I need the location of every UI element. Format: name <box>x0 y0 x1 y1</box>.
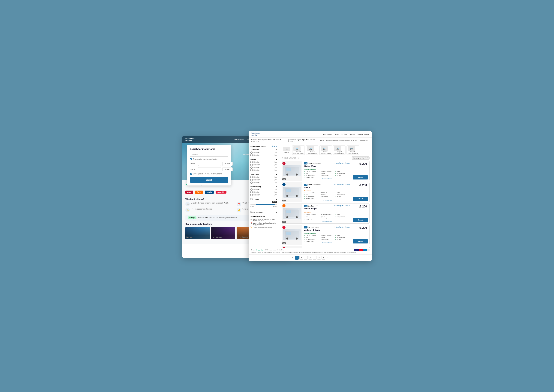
company-logo-2: A <box>282 204 285 207</box>
vehicle-type-sleeps5[interactable]: 🚐 Sleeps 5 From AUD $12.80 <box>333 145 346 155</box>
check-icon-3-8: ✓ <box>335 238 336 240</box>
location-denver[interactable]: Denver <box>185 227 210 239</box>
feature-text-3-2: Toilet <box>337 235 340 236</box>
vehicle-type-filters: 🚐 Show all 🚐 Sleeps 2 From AUD $12.80 🚐 … <box>282 145 370 155</box>
vehicle-type-sleeps2[interactable]: 🚐 Sleeps 2 From AUD $12.80 <box>292 145 305 155</box>
filter-checkbox-age-2[interactable] <box>250 179 253 181</box>
filter-section-availability: Availability ▲ Filter item (159) Filter … <box>250 149 277 156</box>
nav-manage-right[interactable]: Manage booking <box>358 133 369 135</box>
save-btn-1[interactable]: ♡ Save <box>345 184 350 185</box>
feature-item-3-1: ✓2 Adults, 2 children <box>319 235 334 236</box>
save-btn-2[interactable]: ♡ Save <box>345 205 350 207</box>
price-main-2: 1,200 <box>360 205 367 208</box>
page-3-btn[interactable]: 3 <box>304 256 308 259</box>
email-quote-btn-3[interactable]: ✉ Email quote <box>334 226 344 228</box>
filter-header-review[interactable]: Review rating ▲ <box>250 186 277 188</box>
filter-item-feat-1: Filter item (159) <box>250 161 277 163</box>
amex-card: AM <box>363 249 367 251</box>
clear-all-link[interactable]: Clear all <box>271 145 277 147</box>
filter-checkbox-feat-4[interactable] <box>250 169 253 171</box>
view-details-link-0[interactable]: View more details <box>304 178 350 180</box>
next-page-btn[interactable]: › <box>326 256 330 259</box>
view-details-link-3[interactable]: View more details <box>304 242 350 244</box>
filter-checkbox-rev-1[interactable] <box>250 189 253 190</box>
feature-item-2-3: ✓Auto <box>304 215 319 217</box>
feature-text-3-7: Portable gas... <box>321 238 329 240</box>
filter-item-feat-3: Filter item (159) <box>250 167 277 168</box>
card-top-row-3: 6.1 OK 1000+ reviews ✉ Email quote ♡ Sav… <box>304 226 350 229</box>
rental-company-section[interactable]: Rental company ▼ <box>250 210 277 214</box>
filter-checkbox-feat-1[interactable] <box>250 161 253 163</box>
location-las-vegas[interactable]: Las Vegas <box>211 227 235 239</box>
feature-item-0-5: ✓2006 or newer <box>335 173 350 174</box>
feature-text-0-3: Auto <box>305 173 308 174</box>
select-btn-2[interactable]: Select <box>353 218 368 222</box>
filter-header-availability[interactable]: Availability ▲ <box>250 149 277 151</box>
select-btn-0[interactable]: Select <box>353 175 368 180</box>
page-4-btn[interactable]: 4 <box>308 256 312 259</box>
filter-checkbox-age-3[interactable] <box>250 182 253 184</box>
filter-header-price[interactable]: Price range ▲ <box>250 198 277 200</box>
vehicle-type-sleeps6[interactable]: 🚌 Sleeps 6+ From AUD $12.80 <box>346 145 359 155</box>
select-btn-3[interactable]: Select <box>353 239 368 244</box>
email-quote-btn-0[interactable]: ✉ Email quote <box>334 162 344 164</box>
filter-checkbox-avail-1[interactable] <box>250 152 253 154</box>
email-quote-btn-1[interactable]: ✉ Email quote <box>334 184 344 185</box>
page-9-btn[interactable]: 9 <box>317 256 321 259</box>
vehicle-type-sleeps3[interactable]: 🚐 Sleeps 3 From AUD $12.80 <box>306 145 318 155</box>
filter-checkbox-rev-2[interactable] <box>250 191 253 193</box>
payment-logos: VISA MC AM P <box>354 249 370 251</box>
nav-destinations-left[interactable]: Destinations <box>234 139 244 140</box>
driver-age-checkbox[interactable] <box>190 173 192 175</box>
card-rating-0: 8.4 Great 1000+ reviews <box>304 162 321 164</box>
pickup-location: Auckland Airport (International) AKL, Ne… <box>251 139 282 141</box>
page-2-btn[interactable]: 2 <box>299 256 303 259</box>
filter-checkbox-rev-3[interactable] <box>250 194 253 196</box>
dropoff-date-input[interactable] <box>198 167 221 171</box>
filter-header-feature[interactable]: Feature ▲ <box>250 159 277 160</box>
search-button[interactable]: Search <box>190 177 228 183</box>
price-range-bar[interactable] <box>250 204 277 205</box>
save-btn-0[interactable]: ♡ Save <box>345 162 350 164</box>
location-input[interactable] <box>190 152 228 157</box>
nav-shortlist2-right[interactable]: Shortlist <box>349 133 355 135</box>
search-box: Search for motorhome Return motorhome to… <box>187 145 231 185</box>
page-1-btn[interactable]: 1 <box>295 256 299 259</box>
card-title-0: Station Wagon <box>304 165 350 167</box>
email-quote-btn-2[interactable]: ✉ Email quote <box>334 205 344 207</box>
card-title-1: 2 Berth <box>304 186 350 189</box>
filter-checkbox-avail-2[interactable] <box>250 154 253 156</box>
filter-section-price: Price range ▲ $298k $480 $2,598 <box>250 198 277 208</box>
dropoff-time-input[interactable] <box>222 167 233 171</box>
nav-deals-right[interactable]: Deals <box>334 133 339 135</box>
sort-select[interactable]: Lowest price first ▼ <box>352 156 370 160</box>
prev-page-btn[interactable]: ‹ <box>291 256 294 259</box>
view-details-link-2[interactable]: View more details <box>304 221 350 222</box>
feature-item-1-1: ✓2 Adults, 2 children <box>319 192 334 194</box>
filter-checkbox-feat-2[interactable] <box>250 164 253 166</box>
card-features-3: ✓2 Adults, 2 children✓2 Adults, 2 childr… <box>304 235 350 242</box>
select-btn-1[interactable]: Select <box>353 197 368 201</box>
feature-item-0-3: ✓Auto <box>304 173 319 174</box>
page-10-btn[interactable]: 10 <box>322 256 325 259</box>
rating-label-3: OK <box>308 227 310 228</box>
pickup-time-input[interactable] <box>222 162 233 166</box>
visa-card: VISA <box>354 249 359 251</box>
pickup-date-input[interactable] <box>198 162 221 166</box>
check-icon-0-6: ✓ <box>304 175 305 176</box>
edit-search-button[interactable]: Edit search <box>359 139 369 142</box>
vehicle-type-sleeps4[interactable]: 🚐 Sleeps 4 From AUD $12.80 <box>319 145 332 155</box>
vehicle-body-2 <box>285 210 299 217</box>
view-details-link-1[interactable]: View more details <box>304 199 350 201</box>
return-same-checkbox[interactable] <box>190 158 192 160</box>
filter-checkbox-age-1[interactable] <box>250 176 253 178</box>
driver-summary: Driver — licence from United States of A… <box>320 140 357 141</box>
nav-destinations-right[interactable]: Destinations <box>323 133 332 135</box>
save-btn-3[interactable]: ♡ Save <box>345 226 350 228</box>
filter-checkbox-feat-3[interactable] <box>250 167 253 168</box>
feature-item-3-0: ✓2 Adults, 2 children <box>304 235 319 236</box>
nav-shortlist1-right[interactable]: Shortlist <box>341 133 347 135</box>
rating-badge-2: 9.2 <box>304 205 307 207</box>
filter-header-vehicle-age[interactable]: Vehicle age ▲ <box>250 174 277 175</box>
vehicle-type-all[interactable]: 🚐 Show all <box>282 146 291 154</box>
